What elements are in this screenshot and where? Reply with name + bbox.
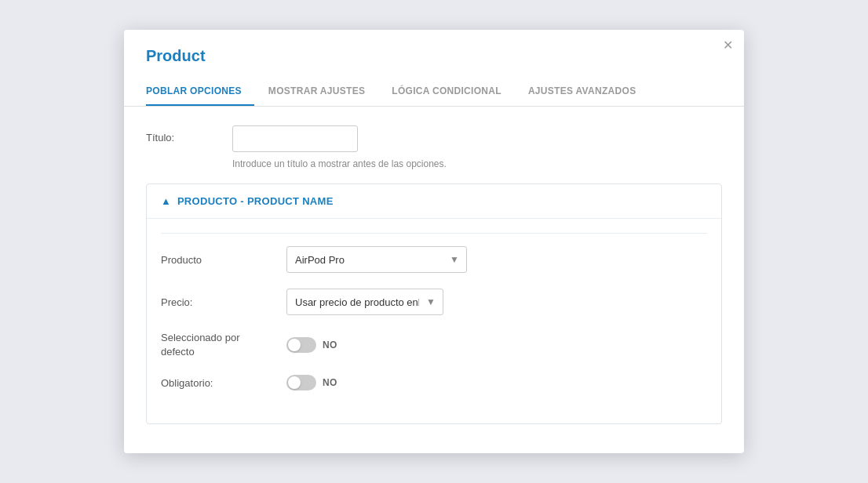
precio-field-row: Precio: Usar precio de producto enlazado… bbox=[161, 289, 707, 315]
obligatorio-label: Obligatorio: bbox=[161, 377, 286, 389]
producto-field-row: Producto AirPod Pro ▼ bbox=[161, 246, 707, 273]
product-section-header[interactable]: ▲ PRODUCTO - Product name bbox=[147, 184, 721, 219]
modal-title: Product bbox=[124, 30, 744, 65]
tabs-bar: POBLAR OPCIONES MOSTRAR AJUSTES LÓGICA C… bbox=[124, 78, 744, 107]
seleccionado-field-row: Seleccionado pordefecto NO bbox=[161, 331, 707, 359]
titulo-input[interactable] bbox=[232, 125, 358, 152]
product-section: ▲ PRODUCTO - Product name Producto AirPo… bbox=[146, 183, 722, 424]
obligatorio-toggle-label: NO bbox=[323, 377, 337, 388]
titulo-field-row: Título: bbox=[146, 125, 722, 152]
tab-ajustes-avanzados[interactable]: AJUSTES AVANZADOS bbox=[528, 78, 649, 106]
modal-container: ✕ Product POBLAR OPCIONES MOSTRAR AJUSTE… bbox=[124, 30, 744, 453]
seleccionado-toggle-wrap[interactable]: NO bbox=[286, 337, 337, 353]
product-section-body: Producto AirPod Pro ▼ Precio: bbox=[147, 219, 721, 423]
obligatorio-field-row: Obligatorio: NO bbox=[161, 375, 707, 390]
titulo-label: Título: bbox=[146, 125, 232, 143]
tab-logica-condicional[interactable]: LÓGICA CONDICIONAL bbox=[392, 78, 514, 106]
chevron-up-icon: ▲ bbox=[161, 195, 171, 207]
precio-label: Precio: bbox=[161, 296, 286, 308]
obligatorio-toggle[interactable] bbox=[286, 375, 316, 390]
tab-mostrar-ajustes[interactable]: MOSTRAR AJUSTES bbox=[268, 78, 377, 106]
precio-select[interactable]: Usar precio de producto enlazado bbox=[286, 289, 443, 315]
modal-overlay: ✕ Product POBLAR OPCIONES MOSTRAR AJUSTE… bbox=[0, 0, 868, 483]
producto-label: Producto bbox=[161, 254, 286, 266]
modal-body: Título: Introduce un título a mostrar an… bbox=[124, 107, 744, 443]
close-button[interactable]: ✕ bbox=[723, 39, 733, 52]
tab-poblar-opciones[interactable]: POBLAR OPCIONES bbox=[146, 78, 254, 106]
seleccionado-toggle[interactable] bbox=[286, 337, 316, 353]
producto-select-wrap: AirPod Pro ▼ bbox=[286, 246, 467, 273]
titulo-hint: Introduce un título a mostrar antes de l… bbox=[232, 158, 722, 169]
producto-select[interactable]: AirPod Pro bbox=[286, 246, 467, 273]
obligatorio-toggle-wrap[interactable]: NO bbox=[286, 375, 337, 390]
section-divider bbox=[161, 233, 707, 234]
seleccionado-label: Seleccionado pordefecto bbox=[161, 331, 286, 359]
seleccionado-toggle-label: NO bbox=[323, 340, 337, 350]
product-section-title: PRODUCTO - Product name bbox=[177, 195, 334, 207]
precio-select-wrap: Usar precio de producto enlazado ▼ bbox=[286, 289, 443, 315]
